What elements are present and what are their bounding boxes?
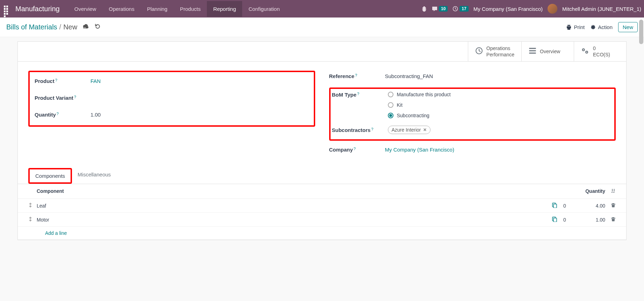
subcontractor-tag-label: Azure Interior (392, 127, 421, 133)
app-title[interactable]: Manufacturing (15, 5, 60, 13)
company-value[interactable]: My Company (San Francisco) (385, 147, 454, 153)
list-icon (529, 47, 536, 56)
row-mid: 0 (563, 217, 577, 223)
radio-manufacture-label: Manufacture this product (397, 92, 451, 97)
product-value[interactable]: FAN (91, 78, 101, 84)
delete-icon[interactable] (605, 203, 616, 209)
company-selector[interactable]: My Company (San Francisco) (473, 6, 543, 12)
bomtype-label: BoM Type? (332, 92, 388, 98)
help-icon[interactable]: ? (357, 92, 359, 96)
activities-icon[interactable]: 17 (453, 6, 468, 12)
drag-handle-icon[interactable] (28, 203, 37, 209)
radio-circle-icon (388, 113, 393, 118)
action-button[interactable]: Action (590, 24, 613, 30)
component-name[interactable]: Motor (37, 217, 546, 223)
subcontractors-label: Subcontractors? (332, 127, 388, 133)
stat-overview[interactable]: Overview (521, 42, 574, 61)
table-row[interactable]: Leaf 0 4.00 (18, 199, 626, 213)
add-line-link[interactable]: Add a line (37, 230, 616, 236)
drag-handle-icon[interactable] (28, 217, 37, 223)
nav-products[interactable]: Products (174, 1, 207, 17)
reference-value[interactable]: Subcontracting_FAN (385, 73, 433, 79)
radio-subcontracting-label: Subcontracting (397, 113, 429, 118)
highlight-right: BoM Type? Manufacture this product Kit (329, 88, 616, 141)
quantity-label: Quantity? (35, 112, 91, 118)
new-button[interactable]: New (618, 22, 638, 32)
activity-badge: 17 (460, 6, 468, 12)
col-component: Component (37, 188, 546, 194)
breadcrumb: Bills of Materials / New (6, 23, 77, 31)
bomtype-radio-group: Manufacture this product Kit Subcontract… (388, 92, 451, 118)
left-col: Product? FAN Product Variant? Quantity? … (28, 71, 315, 161)
clock-icon (475, 47, 483, 56)
highlight-left: Product? FAN Product Variant? Quantity? … (28, 71, 315, 127)
form-wrap: Operations Performance Overview 0 ECO(S) (0, 37, 644, 251)
radio-circle-icon (388, 102, 393, 108)
col-adjust-icon[interactable] (605, 188, 616, 194)
breadcrumb-current: New (63, 23, 77, 31)
breadcrumb-sep: / (59, 23, 61, 31)
svg-point-6 (583, 49, 584, 50)
product-label: Product? (35, 78, 91, 84)
company-label: Company? (329, 147, 385, 153)
forecast-icon[interactable] (546, 216, 563, 223)
radio-subcontracting[interactable]: Subcontracting (388, 113, 451, 118)
tabs: Components Miscellaneous (18, 168, 626, 184)
nav-planning[interactable]: Planning (141, 1, 174, 17)
right-col: Reference? Subcontracting_FAN BoM Type? … (329, 71, 616, 161)
radio-circle-icon (388, 92, 393, 97)
row-qty[interactable]: 4.00 (577, 203, 605, 209)
tab-miscellaneous[interactable]: Miscellaneous (72, 168, 116, 184)
row-qty[interactable]: 1.00 (577, 217, 605, 223)
stat-eco[interactable]: 0 ECO(S) (574, 42, 626, 61)
forecast-icon[interactable] (546, 202, 563, 209)
stat-overview-label: Overview (540, 48, 560, 55)
status-bar: Operations Performance Overview 0 ECO(S) (18, 42, 626, 62)
subcontractor-tag[interactable]: Azure Interior ✕ (388, 126, 430, 134)
help-icon[interactable]: ? (57, 112, 59, 116)
print-label: Print (574, 24, 585, 30)
scrollbar-thumb[interactable] (639, 20, 643, 44)
help-icon[interactable]: ? (74, 95, 76, 99)
messaging-icon[interactable]: 10 (432, 6, 448, 12)
radio-manufacture[interactable]: Manufacture this product (388, 92, 451, 97)
cloud-save-icon[interactable] (82, 23, 88, 31)
nav-configuration[interactable]: Configuration (242, 1, 286, 17)
user-name[interactable]: Mitchell Admin (JUNE_ENTER_1) (562, 6, 641, 12)
apps-icon[interactable] (3, 5, 11, 13)
tab-components[interactable]: Components (28, 168, 72, 184)
bug-icon[interactable] (421, 6, 427, 12)
stat-eco-count: 0 (593, 45, 610, 51)
delete-icon[interactable] (605, 217, 616, 223)
svg-rect-3 (529, 50, 536, 51)
message-badge: 10 (439, 6, 448, 12)
svg-rect-12 (553, 218, 557, 222)
row-mid: 0 (563, 203, 577, 209)
help-icon[interactable]: ? (371, 127, 373, 131)
help-icon[interactable]: ? (55, 78, 57, 82)
table-header: Component Quantity (18, 184, 626, 199)
nav-overview[interactable]: Overview (68, 1, 103, 17)
gears-icon (581, 47, 589, 56)
quantity-value[interactable]: 1.00 (91, 112, 101, 118)
component-name[interactable]: Leaf (37, 203, 546, 209)
stat-operations[interactable]: Operations Performance (468, 42, 521, 61)
add-line-row[interactable]: Add a line (18, 227, 626, 240)
stat-ops-line1: Operations (486, 45, 514, 51)
stat-ops-line2: Performance (486, 51, 514, 58)
nav-reporting[interactable]: Reporting (207, 1, 242, 17)
table-row[interactable]: Motor 0 1.00 (18, 213, 626, 227)
radio-kit[interactable]: Kit (388, 102, 451, 108)
breadcrumb-root[interactable]: Bills of Materials (6, 23, 57, 31)
discard-icon[interactable] (95, 23, 101, 31)
radio-kit-label: Kit (397, 102, 403, 108)
print-button[interactable]: Print (566, 24, 585, 30)
nav-operations[interactable]: Operations (102, 1, 140, 17)
avatar[interactable] (548, 4, 557, 14)
nav-right: 10 17 My Company (San Francisco) Mitchel… (421, 4, 641, 14)
help-icon[interactable]: ? (355, 73, 357, 77)
help-icon[interactable]: ? (354, 147, 356, 151)
svg-rect-4 (529, 52, 536, 54)
tag-remove-icon[interactable]: ✕ (423, 127, 427, 132)
stat-eco-label: ECO(S) (593, 51, 610, 58)
